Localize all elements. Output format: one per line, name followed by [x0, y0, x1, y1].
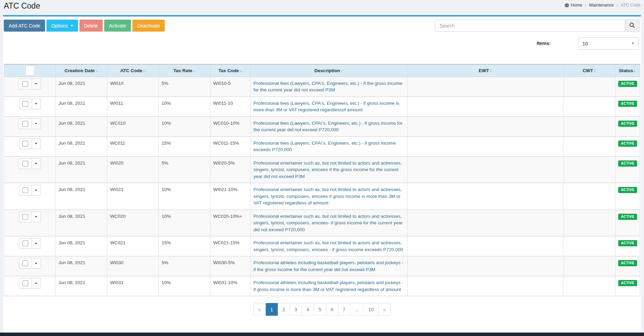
cell-cwt: [564, 97, 615, 116]
cell-status: ACTIVE: [615, 156, 640, 183]
top-bar: ATC Code Home > Maintenance > ATC Code: [0, 0, 644, 15]
row-checkbox[interactable]: [19, 158, 32, 169]
checkbox-icon: [22, 101, 28, 107]
row-actions-dropdown[interactable]: [32, 119, 41, 129]
row-actions-dropdown[interactable]: [32, 212, 41, 222]
cell-description: Professional fees (Lawyers, CPA\'s, Engi…: [251, 136, 407, 156]
add-atc-code-button[interactable]: Add ATC Code: [4, 20, 45, 32]
search-input[interactable]: [435, 20, 625, 32]
cell-status: ACTIVE: [615, 210, 640, 236]
cell-tax-code: WI031-10%: [210, 276, 251, 296]
cell-ewt: [407, 97, 564, 116]
row-checkbox[interactable]: [19, 258, 32, 269]
column-header-cwt[interactable]: CWT↓↑: [564, 64, 615, 77]
cell-status: ACTIVE: [615, 256, 640, 276]
row-controls-cell: [4, 116, 56, 136]
pagination-page-4[interactable]: 4: [302, 303, 314, 316]
row-actions-dropdown[interactable]: [32, 278, 41, 289]
row-actions-dropdown[interactable]: [32, 138, 41, 149]
cell-cwt: [564, 276, 615, 296]
pagination-page-10[interactable]: 10: [364, 303, 379, 316]
cell-ewt: [407, 156, 564, 183]
sort-icon: ↓↑: [593, 68, 597, 73]
pagination-page-6[interactable]: 6: [326, 303, 338, 316]
row-checkbox[interactable]: [19, 79, 32, 89]
row-checkbox[interactable]: [19, 99, 32, 109]
caret-down-icon: [35, 143, 37, 144]
cell-tax-rate: 10%: [159, 97, 210, 116]
cell-status: ACTIVE: [615, 276, 640, 296]
column-header-atc-code[interactable]: ATC Code↓↑: [107, 64, 159, 77]
breadcrumb-home[interactable]: Home: [571, 3, 582, 8]
cell-status: ACTIVE: [615, 97, 640, 116]
cell-cwt: [564, 183, 615, 210]
status-badge: ACTIVE: [618, 214, 637, 220]
cell-tax-code: WC011-15%: [210, 136, 251, 156]
checkbox-icon: [22, 81, 28, 87]
row-actions-dropdown[interactable]: [32, 185, 41, 195]
row-actions-dropdown[interactable]: [32, 79, 41, 89]
caret-down-icon: [35, 123, 37, 124]
column-header-description[interactable]: Description↓↑: [251, 64, 407, 77]
column-header-creation-date[interactable]: Creation Date↓↑: [56, 64, 107, 77]
cell-tax-rate: 5%: [159, 256, 210, 276]
activate-button[interactable]: Activate: [104, 20, 131, 32]
pagination-page-[interactable]: »: [379, 303, 391, 316]
row-checkbox[interactable]: [19, 278, 32, 289]
column-header-status[interactable]: Status↓↑: [615, 64, 640, 77]
row-checkbox[interactable]: [19, 238, 32, 249]
column-header-tax-rate[interactable]: Tax Rate↓↑: [159, 64, 210, 77]
column-header-ewt[interactable]: EWT↓↑: [407, 64, 564, 77]
cell-atc-code: WC011: [107, 136, 159, 156]
row-actions-dropdown[interactable]: [32, 258, 41, 269]
cell-tax-code: WI010-5: [210, 77, 251, 97]
cell-ewt: [407, 116, 564, 136]
row-checkbox[interactable]: [19, 212, 32, 222]
table-row: Jun 08, 2021 WC020 10% WC020-10%+ Profes…: [4, 210, 640, 236]
cell-tax-rate: 10%: [159, 276, 210, 296]
table-row: Jun 08, 2021 WC011 15% WC011-15% Profess…: [4, 136, 640, 156]
pagination-page-1[interactable]: 1: [266, 303, 278, 316]
row-checkbox[interactable]: [19, 185, 32, 195]
cell-tax-rate: 10%: [159, 210, 210, 236]
options-button[interactable]: Options: [46, 20, 78, 32]
caret-down-icon: [35, 263, 37, 264]
cell-cwt: [564, 256, 615, 276]
caret-down-icon: [35, 103, 37, 104]
pagination-page-3[interactable]: 3: [290, 303, 302, 316]
pagination-page-[interactable]: ...: [350, 303, 364, 316]
row-actions-dropdown[interactable]: [32, 158, 41, 169]
pagination-page-2[interactable]: 2: [278, 303, 290, 316]
checkbox-icon: [22, 240, 28, 246]
cell-description: Professional entertainer such as, but no…: [251, 156, 407, 183]
cell-atc-code: WI031: [107, 276, 159, 296]
deactivate-button[interactable]: Deactivate: [132, 20, 165, 32]
delete-button[interactable]: Delete: [79, 20, 103, 32]
cell-creation-date: Jun 08, 2021: [56, 77, 107, 97]
row-actions-dropdown[interactable]: [32, 99, 41, 109]
select-all-checkbox[interactable]: [25, 66, 34, 76]
pagination-page-7[interactable]: 7: [338, 303, 350, 316]
items-per-page-select[interactable]: 10: [578, 37, 639, 49]
cell-tax-rate: 10%: [159, 183, 210, 210]
column-header-tax-code[interactable]: Tax Code↓↑: [210, 64, 251, 77]
pagination-page-5[interactable]: 5: [314, 303, 326, 316]
caret-down-icon: [35, 83, 37, 85]
search-button[interactable]: [625, 20, 640, 32]
cell-atc-code: WI011: [107, 97, 159, 116]
status-badge: ACTIVE: [618, 121, 637, 127]
table-row: Jun 08, 2021 WI031 10% WI031-10% Profess…: [4, 276, 640, 296]
cell-atc-code: WC021: [107, 236, 159, 256]
pagination-page-[interactable]: «: [253, 303, 266, 316]
sort-icon: ↓↑: [193, 68, 196, 73]
cell-atc-code: WI020: [107, 156, 159, 183]
sort-icon: ↓↑: [239, 68, 242, 73]
row-controls-cell: [4, 236, 56, 256]
row-checkbox[interactable]: [19, 119, 32, 129]
table-row: Jun 08, 2021 WI030 5% WI030-5% Professio…: [4, 256, 640, 276]
status-badge: ACTIVE: [618, 101, 637, 107]
row-checkbox[interactable]: [19, 138, 32, 149]
row-controls-cell: [4, 97, 56, 116]
breadcrumb-maintenance[interactable]: Maintenance: [589, 3, 614, 8]
row-actions-dropdown[interactable]: [32, 238, 41, 249]
